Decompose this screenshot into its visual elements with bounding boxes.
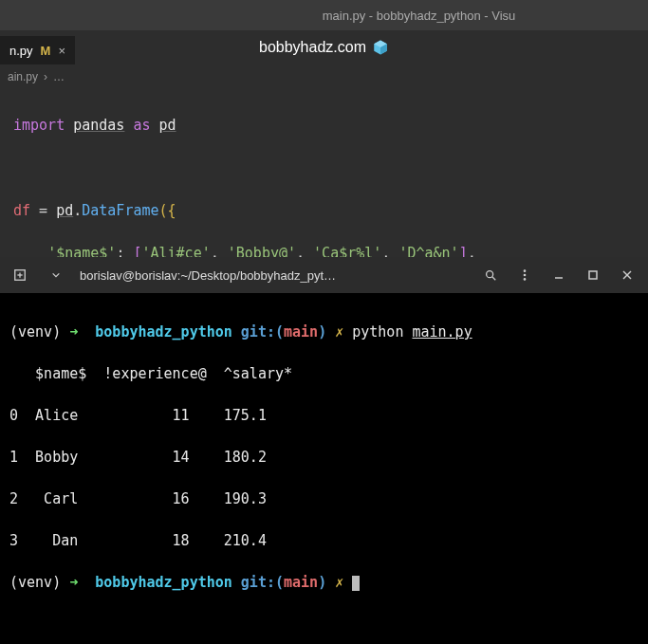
module-pandas: pandas bbox=[73, 117, 124, 134]
svg-line-4 bbox=[492, 277, 496, 281]
terminal-line: 1 Bobby 14 180.2 bbox=[9, 447, 639, 468]
keyword-import: import bbox=[13, 117, 65, 134]
window-title: main.py - bobbyhadz_python - Visu bbox=[323, 9, 516, 23]
svg-rect-9 bbox=[589, 271, 597, 279]
breadcrumb-more: … bbox=[53, 70, 65, 83]
close-icon[interactable] bbox=[614, 262, 640, 288]
terminal-panel: borislav@borislav:~/Desktop/bobbyhadz_py… bbox=[0, 257, 648, 644]
brace-open: ({ bbox=[159, 202, 176, 219]
terminal-cursor bbox=[352, 576, 360, 591]
brand-text: bobbyhadz.com bbox=[259, 39, 366, 56]
breadcrumb-separator: › bbox=[44, 70, 47, 83]
terminal-line: $name$ !experience@ ^salary* bbox=[9, 363, 639, 384]
ref-pd: pd bbox=[56, 202, 73, 219]
minimize-icon[interactable] bbox=[546, 262, 572, 288]
search-icon[interactable] bbox=[477, 262, 504, 288]
keyword-as: as bbox=[133, 117, 150, 134]
menu-icon[interactable] bbox=[511, 262, 538, 288]
terminal-title: borislav@borislav:~/Desktop/bobbyhadz_py… bbox=[80, 268, 466, 283]
terminal-line: 3 Dan 18 210.4 bbox=[9, 530, 639, 551]
chevron-down-icon[interactable] bbox=[44, 263, 68, 287]
terminal-line: 2 Carl 16 190.3 bbox=[9, 488, 639, 509]
maximize-icon[interactable] bbox=[580, 262, 606, 288]
brand-header: bobbyhadz.com bbox=[0, 30, 648, 64]
tab-filename: n.py bbox=[9, 44, 33, 58]
editor-tab-main[interactable]: n.py M × bbox=[0, 36, 75, 64]
breadcrumb[interactable]: ain.py › … bbox=[0, 64, 648, 89]
cube-icon bbox=[372, 39, 389, 56]
svg-point-3 bbox=[487, 271, 493, 278]
terminal-line: 0 Alice 11 175.1 bbox=[9, 405, 639, 426]
svg-point-5 bbox=[524, 269, 527, 272]
alias-pd: pd bbox=[159, 117, 176, 134]
svg-point-6 bbox=[524, 274, 527, 277]
terminal-output[interactable]: (venv) ➜ bobbyhadz_python git:(main) ✗ p… bbox=[0, 293, 648, 644]
tab-modified-badge: M bbox=[41, 44, 51, 58]
new-tab-icon[interactable] bbox=[8, 263, 32, 287]
close-icon[interactable]: × bbox=[58, 44, 65, 58]
op-eq: = bbox=[39, 202, 47, 219]
svg-point-7 bbox=[524, 278, 527, 281]
terminal-titlebar: borislav@borislav:~/Desktop/bobbyhadz_py… bbox=[0, 257, 648, 293]
func-dataframe: DataFrame bbox=[82, 202, 158, 219]
window-titlebar: main.py - bobbyhadz_python - Visu bbox=[0, 0, 648, 30]
breadcrumb-file: ain.py bbox=[8, 70, 38, 83]
tab-bar: n.py M × bbox=[0, 36, 75, 64]
var-df: df bbox=[13, 202, 30, 219]
